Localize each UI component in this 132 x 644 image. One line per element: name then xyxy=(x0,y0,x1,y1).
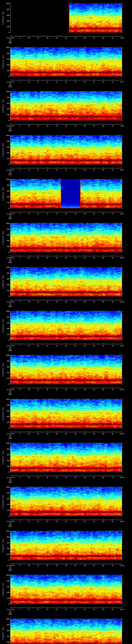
spectrogram-panel-5: Frequency (Hz)1000800600400200014:08:005… xyxy=(0,176,132,220)
x-axis-tick-label: 40 xyxy=(82,301,87,303)
date-line: 2015 xyxy=(5,482,15,483)
x-axis-tick-label: 20 xyxy=(45,81,50,83)
spectrogram-panel-8: Frequency (Hz)1000800600400200014:11:005… xyxy=(0,308,132,352)
date-line: 2015 xyxy=(5,614,15,615)
spectrogram-panel-1: Frequency (Hz)1000800600400200014:04:005… xyxy=(0,0,132,44)
x-axis-start-label: 14:05:00 xyxy=(2,81,18,83)
date-line: 2015 xyxy=(5,438,15,439)
y-axis-tick-label: 800 xyxy=(0,9,10,10)
y-axis-tick-label: 800 xyxy=(0,360,10,362)
x-axis-tick-label: 15 xyxy=(36,389,41,390)
x-axis-end-label: 5:00 xyxy=(117,37,127,39)
x-axis-tick-label: 50 xyxy=(101,81,106,83)
y-axis-tick-label: 200 xyxy=(0,598,10,599)
x-axis-tick-label: 20 xyxy=(45,125,50,127)
x-axis-tick-label: 5 xyxy=(17,389,22,390)
y-axis-tick-label: 400 xyxy=(0,20,10,22)
date-line: 2015 xyxy=(5,306,15,308)
date-line: 2015 xyxy=(5,174,15,176)
y-axis-title: Frequency (Hz) xyxy=(2,11,4,25)
x-axis-tick-label: 40 xyxy=(82,37,87,39)
y-axis-tick-label: 600 xyxy=(0,630,10,632)
y-axis-tick-label: 400 xyxy=(0,416,10,418)
y-axis-tick-label: 600 xyxy=(0,278,10,280)
date-line: 2015 xyxy=(5,350,15,351)
x-axis-tick-label: 50 xyxy=(101,609,106,610)
date-line: 2015 xyxy=(5,262,15,264)
x-axis-tick-label: 25 xyxy=(54,169,59,171)
y-axis-title: Frequency (Hz) xyxy=(2,143,4,157)
y-axis-title: Frequency (Hz) xyxy=(2,626,4,640)
x-axis-tick-label: 45 xyxy=(92,169,96,171)
y-axis-tick-label: 400 xyxy=(0,372,10,374)
y-axis-tick-label: 600 xyxy=(0,234,10,236)
x-axis-tick-label: 30 xyxy=(64,477,69,478)
y-axis-title: Frequency (Hz) xyxy=(2,231,4,244)
y-axis-tick-label: 0 xyxy=(0,340,10,341)
x-axis-tick-label: 35 xyxy=(73,389,78,390)
spectrogram-panel-9: Frequency (Hz)1000800600400200014:12:005… xyxy=(0,352,132,396)
y-axis-tick-label: 0 xyxy=(0,296,10,297)
date-line: 2015 xyxy=(5,394,15,395)
y-axis-tick-label: 200 xyxy=(0,554,10,555)
date-line: 2015 xyxy=(5,86,15,88)
y-axis-title: Frequency (Hz) xyxy=(2,407,4,420)
x-axis-tick-label: 50 xyxy=(101,477,106,478)
x-axis-tick-label: 55 xyxy=(110,169,115,171)
x-axis-end-label: 18:00 xyxy=(117,609,127,610)
spectrogram-panel-13: Frequency (Hz)1000800600400200014:16:005… xyxy=(0,528,132,572)
date-line: 2015 xyxy=(5,570,15,571)
y-axis-tick-label: 1000 xyxy=(0,486,10,488)
x-axis-tick-label: 30 xyxy=(64,213,69,215)
x-axis-tick-label: 30 xyxy=(64,301,69,303)
x-axis-end-label: 15:00 xyxy=(117,477,127,478)
y-axis-title: Frequency (Hz) xyxy=(2,55,4,69)
x-axis-start-label: 14:11:00 xyxy=(2,345,18,346)
y-axis-tick-label: 1000 xyxy=(0,179,10,180)
y-axis-title: Frequency (Hz) xyxy=(2,539,4,552)
date-line: 2015 xyxy=(5,526,15,527)
y-axis-title: Frequency (Hz) xyxy=(2,494,4,508)
x-axis-tick-label: 55 xyxy=(110,565,115,566)
x-axis-tick-label: 25 xyxy=(54,81,59,83)
x-axis-tick-label: 40 xyxy=(82,433,87,434)
x-axis-end-label: 8:00 xyxy=(117,169,127,171)
x-axis-tick-label: 50 xyxy=(101,565,106,566)
x-axis-tick-label: 45 xyxy=(92,81,96,83)
date-line: 2015 xyxy=(5,130,15,132)
x-axis-tick-label: 10 xyxy=(26,345,32,346)
x-axis-tick-label: 50 xyxy=(101,345,106,346)
x-axis-tick-label: 40 xyxy=(82,521,87,522)
x-axis-tick-label: 35 xyxy=(73,433,78,434)
y-axis-title: Frequency (Hz) xyxy=(2,99,4,113)
x-axis-tick-label: 30 xyxy=(64,609,69,610)
x-axis-tick-label: 40 xyxy=(82,609,87,610)
x-axis-tick-label: 25 xyxy=(54,477,59,478)
x-axis-start-label: 14:07:00 xyxy=(2,169,18,171)
x-axis-tick-label: 55 xyxy=(110,477,115,478)
x-axis-end-label: 13:00 xyxy=(117,389,127,390)
x-axis-tick-label: 20 xyxy=(45,257,50,259)
x-axis-tick-label: 50 xyxy=(101,521,106,522)
x-axis-tick-label: 5 xyxy=(17,433,22,434)
y-axis-tick-label: 1000 xyxy=(0,311,10,312)
spectrogram-canvas xyxy=(0,616,132,644)
y-axis-tick-label: 0 xyxy=(0,164,10,165)
x-axis-tick-label: 35 xyxy=(73,301,78,303)
x-axis-tick-label: 55 xyxy=(110,521,115,522)
x-axis-tick-label: 15 xyxy=(36,169,41,171)
x-axis-tick-label: 25 xyxy=(54,521,59,522)
x-axis-tick-label: 15 xyxy=(36,477,41,478)
y-axis-tick-label: 0 xyxy=(0,603,10,605)
y-axis-title: Frequency (Hz) xyxy=(2,582,4,596)
y-axis-tick-label: 200 xyxy=(0,422,10,423)
y-axis-tick-label: 800 xyxy=(0,272,10,274)
y-axis-tick-label: 1000 xyxy=(0,442,10,444)
x-axis-tick-label: 55 xyxy=(110,81,115,83)
x-axis-tick-label: 5 xyxy=(17,565,22,566)
y-axis-tick-label: 600 xyxy=(0,102,10,104)
x-axis-tick-label: 20 xyxy=(45,609,50,610)
x-axis-tick-label: 25 xyxy=(54,213,59,215)
y-axis-tick-label: 400 xyxy=(0,504,10,505)
y-axis-tick-label: 200 xyxy=(0,114,10,116)
